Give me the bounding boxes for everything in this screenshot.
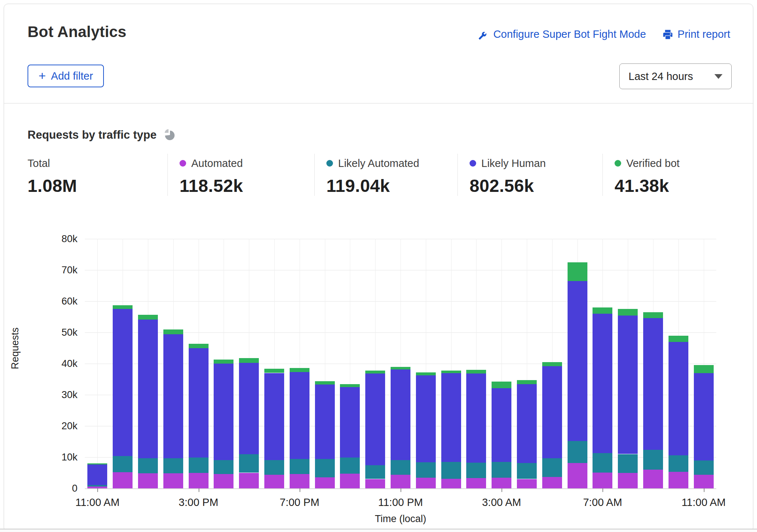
bar-segment-verified-bot[interactable] [542, 362, 562, 366]
bar-segment-likely-human[interactable] [87, 464, 107, 485]
bar-segment-likely-automated[interactable] [441, 462, 461, 479]
bar-segment-automated[interactable] [568, 463, 587, 488]
bar-segment-likely-automated[interactable] [542, 458, 562, 477]
bar-segment-verified-bot[interactable] [138, 315, 158, 320]
bar-segment-likely-automated[interactable] [87, 485, 107, 487]
bar-segment-likely-human[interactable] [239, 363, 259, 454]
bar-segment-likely-human[interactable] [163, 334, 183, 458]
bar-segment-likely-automated[interactable] [568, 441, 587, 463]
bar-segment-likely-automated[interactable] [264, 460, 284, 475]
bar-segment-automated[interactable] [517, 479, 537, 489]
bar-segment-automated[interactable] [391, 475, 410, 488]
bar-segment-verified-bot[interactable] [113, 305, 133, 309]
bar-segment-likely-human[interactable] [441, 373, 461, 462]
bar-segment-verified-bot[interactable] [315, 381, 335, 385]
bar-segment-likely-automated[interactable] [643, 450, 663, 470]
bar-segment-verified-bot[interactable] [492, 382, 511, 388]
bar-segment-verified-bot[interactable] [340, 384, 360, 387]
bar-segment-likely-automated[interactable] [163, 458, 183, 473]
configure-super-bot-fight-mode-link[interactable]: Configure Super Bot Fight Mode [478, 28, 646, 40]
bar-segment-automated[interactable] [189, 473, 209, 488]
bar-segment-verified-bot[interactable] [694, 365, 714, 373]
bar-segment-likely-human[interactable] [189, 348, 209, 458]
bar-segment-likely-automated[interactable] [340, 458, 360, 474]
bar-segment-likely-automated[interactable] [593, 453, 612, 473]
bar-segment-likely-human[interactable] [593, 314, 612, 453]
bar-segment-verified-bot[interactable] [239, 358, 259, 363]
bar-segment-verified-bot[interactable] [290, 368, 309, 372]
bar-segment-automated[interactable] [669, 472, 688, 488]
bar-segment-likely-human[interactable] [669, 342, 688, 455]
bar-segment-automated[interactable] [643, 470, 663, 488]
bar-segment-automated[interactable] [315, 477, 335, 488]
stat-likely-human[interactable]: Likely Human 802.56k [457, 154, 602, 196]
bar-segment-likely-automated[interactable] [138, 458, 158, 474]
bar-segment-verified-bot[interactable] [163, 329, 183, 335]
bar-segment-likely-human[interactable] [391, 369, 410, 460]
bar-segment-verified-bot[interactable] [264, 369, 284, 373]
bar-segment-likely-automated[interactable] [517, 463, 537, 479]
bar-segment-likely-human[interactable] [643, 318, 663, 450]
bar-segment-verified-bot[interactable] [391, 367, 410, 370]
bar-segment-likely-automated[interactable] [113, 456, 133, 472]
bar-segment-automated[interactable] [214, 474, 233, 488]
bar-segment-likely-human[interactable] [466, 374, 486, 463]
add-filter-button[interactable]: + Add filter [28, 65, 104, 87]
bar-segment-likely-automated[interactable] [315, 459, 335, 477]
bar-segment-automated[interactable] [466, 478, 486, 488]
bar-segment-automated[interactable] [163, 473, 183, 488]
bar-segment-verified-bot[interactable] [517, 380, 537, 384]
stat-verified-bot[interactable]: Verified bot 41.38k [602, 154, 746, 196]
stat-likely-automated[interactable]: Likely Automated 119.04k [314, 154, 457, 196]
bar-segment-likely-human[interactable] [264, 373, 284, 460]
bar-segment-likely-human[interactable] [340, 387, 360, 458]
stat-automated[interactable]: Automated 118.52k [167, 154, 314, 196]
bar-segment-likely-automated[interactable] [694, 460, 714, 475]
bar-segment-likely-automated[interactable] [618, 454, 638, 473]
bar-segment-verified-bot[interactable] [669, 336, 688, 342]
bar-segment-automated[interactable] [593, 473, 612, 488]
bar-segment-likely-human[interactable] [113, 309, 133, 456]
bar-segment-verified-bot[interactable] [466, 370, 486, 374]
bar-segment-likely-human[interactable] [315, 385, 335, 459]
bar-segment-verified-bot[interactable] [214, 360, 233, 364]
bar-segment-automated[interactable] [290, 474, 309, 488]
bar-segment-likely-automated[interactable] [239, 454, 259, 473]
bar-segment-likely-human[interactable] [290, 372, 309, 459]
bar-segment-verified-bot[interactable] [441, 371, 461, 374]
bar-segment-automated[interactable] [542, 477, 562, 488]
bar-segment-verified-bot[interactable] [365, 371, 385, 374]
print-report-link[interactable]: Print report [662, 28, 730, 40]
bar-segment-automated[interactable] [441, 479, 461, 488]
bar-segment-automated[interactable] [340, 474, 360, 488]
bar-segment-likely-automated[interactable] [214, 460, 233, 474]
bar-segment-automated[interactable] [264, 475, 284, 488]
bar-segment-likely-automated[interactable] [365, 465, 385, 479]
bar-segment-likely-automated[interactable] [189, 458, 209, 473]
bar-segment-likely-automated[interactable] [669, 455, 688, 472]
bar-segment-likely-human[interactable] [138, 320, 158, 458]
bar-segment-automated[interactable] [416, 478, 436, 488]
bar-segment-automated[interactable] [239, 473, 259, 489]
bar-segment-verified-bot[interactable] [189, 344, 209, 349]
time-range-select[interactable]: Last 24 hours [619, 63, 732, 89]
bar-segment-likely-human[interactable] [618, 316, 638, 454]
bar-segment-likely-human[interactable] [542, 366, 562, 459]
bar-segment-verified-bot[interactable] [416, 372, 436, 376]
bar-segment-likely-human[interactable] [568, 281, 587, 441]
bar-segment-likely-human[interactable] [365, 374, 385, 465]
bar-segment-automated[interactable] [138, 473, 158, 488]
bar-segment-verified-bot[interactable] [568, 262, 587, 281]
bar-segment-likely-automated[interactable] [492, 462, 511, 478]
bar-segment-likely-automated[interactable] [391, 460, 410, 475]
bar-segment-likely-human[interactable] [214, 364, 233, 460]
bar-segment-likely-automated[interactable] [416, 462, 436, 478]
bar-segment-likely-human[interactable] [492, 388, 511, 462]
bar-segment-automated[interactable] [113, 472, 133, 488]
bar-segment-likely-automated[interactable] [290, 459, 309, 474]
bar-segment-automated[interactable] [365, 479, 385, 489]
bar-segment-automated[interactable] [694, 475, 714, 488]
bar-segment-verified-bot[interactable] [643, 312, 663, 318]
bar-segment-likely-human[interactable] [517, 384, 537, 463]
bar-segment-likely-human[interactable] [694, 373, 714, 460]
